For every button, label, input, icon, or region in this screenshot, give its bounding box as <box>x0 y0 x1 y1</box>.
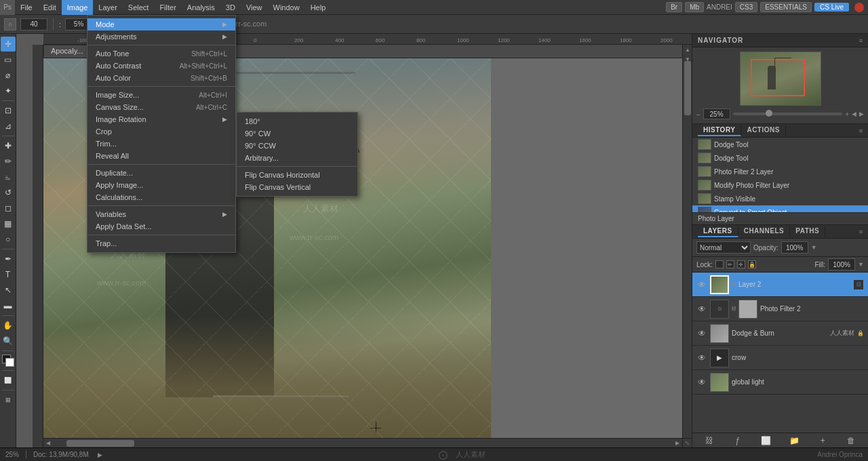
layer-vis-crow[interactable]: 👁 <box>696 353 707 363</box>
menu-help[interactable]: Help <box>305 0 332 15</box>
crop-tool[interactable]: ⊡ <box>1 103 16 118</box>
delete-layer-btn[interactable]: 🗑 <box>844 435 858 447</box>
lock-position-btn[interactable]: ✛ <box>737 260 745 268</box>
menu-layer[interactable]: Layer <box>93 0 123 15</box>
menu-flip-vertical[interactable]: Flip Canvas Vertical <box>237 181 357 193</box>
nav-arrows-left[interactable]: ◀ <box>852 111 856 117</box>
link-layers-btn[interactable]: ⛓ <box>703 435 716 447</box>
brush-size-input[interactable]: 40 <box>20 18 47 31</box>
healing-brush-tool[interactable]: ✚ <box>1 138 16 153</box>
menu-select[interactable]: Select <box>123 0 155 15</box>
menu-flip-horizontal[interactable]: Flip Canvas Horizontal <box>237 169 357 181</box>
nav-zoom-slider[interactable] <box>733 113 843 115</box>
color-swatch[interactable] <box>2 355 14 367</box>
menu-window[interactable]: Window <box>268 0 305 15</box>
menu-trim[interactable]: Trim... <box>87 138 235 150</box>
tab-layers[interactable]: LAYERS <box>698 226 738 237</box>
menu-rotation-180[interactable]: 180° <box>237 115 357 127</box>
menu-rotation-90cw[interactable]: 90° CW <box>237 127 357 140</box>
history-menu-icon[interactable]: ≡ <box>859 127 863 134</box>
scroll-right-arrow[interactable]: ▶ <box>673 439 682 448</box>
menu-apply-data-set[interactable]: Apply Data Set... <box>87 220 235 233</box>
layer-item-photofilter2[interactable]: 👁 ⊙ ⛓ Photo Filter 2 <box>692 297 868 321</box>
menu-image[interactable]: Image <box>62 0 94 15</box>
shape-tool[interactable]: ▬ <box>1 298 16 313</box>
scroll-left-arrow[interactable]: ◀ <box>43 439 53 448</box>
essentials-btn[interactable]: ESSENTIALS <box>760 2 812 12</box>
menu-crop[interactable]: Crop <box>87 125 235 138</box>
fill-arrow[interactable]: ▼ <box>858 261 864 268</box>
menu-mode[interactable]: Mode ▶ <box>87 18 235 31</box>
navigator-menu-icon[interactable]: ≡ <box>859 37 863 44</box>
history-item[interactable]: Modify Photo Filter Layer <box>692 178 868 192</box>
layer-vis-photofilter2[interactable]: 👁 <box>696 304 707 315</box>
history-item-active[interactable]: Convert to Smart Object <box>692 205 868 212</box>
tab-actions[interactable]: ACTIONS <box>741 125 786 136</box>
path-select-tool[interactable]: ↖ <box>1 283 16 298</box>
menu-rotation-90ccw[interactable]: 90° CCW <box>237 140 357 152</box>
background-color[interactable] <box>5 358 14 367</box>
dodge-tool[interactable]: ○ <box>1 232 16 247</box>
pen-tool[interactable]: ✒ <box>1 252 16 266</box>
menu-auto-color[interactable]: Auto Color Shift+Ctrl+B <box>87 72 235 84</box>
layer-vis-dodgeburn[interactable]: 👁 <box>696 328 707 339</box>
menu-image-rotation[interactable]: Image Rotation ▶ <box>87 113 235 125</box>
bridge-btn[interactable]: Br <box>666 2 682 12</box>
layers-menu-icon[interactable]: ≡ <box>859 228 863 235</box>
lasso-tool[interactable]: ⌀ <box>1 68 16 83</box>
layer-vis-globallight[interactable]: 👁 <box>696 377 707 388</box>
tab-channels[interactable]: CHANNELS <box>738 226 791 237</box>
zoom-in-icon[interactable]: + <box>845 111 849 118</box>
v-scroll-thumb[interactable] <box>684 61 691 115</box>
menu-filter[interactable]: Filter <box>154 0 181 15</box>
menu-auto-tone[interactable]: Auto Tone Shift+Ctrl+L <box>87 47 235 60</box>
opacity-input[interactable]: 100% <box>781 241 808 254</box>
add-style-btn[interactable]: ƒ <box>731 435 745 447</box>
menu-file[interactable]: File <box>15 0 38 15</box>
menu-apply-image[interactable]: Apply Image... <box>87 179 235 191</box>
doc-info-arrow[interactable]: ▶ <box>96 450 105 460</box>
menu-duplicate[interactable]: Duplicate... <box>87 167 235 179</box>
lock-pixels-btn[interactable]: ✏ <box>726 260 734 268</box>
gradient-tool[interactable]: ▦ <box>1 216 16 231</box>
magic-wand-tool[interactable]: ✦ <box>1 83 16 98</box>
eyedropper-tool[interactable]: ⊿ <box>1 119 16 134</box>
nav-arrows-right[interactable]: ▶ <box>859 111 864 117</box>
lock-all-btn[interactable]: 🔒 <box>748 260 756 268</box>
fill-input[interactable]: 100% <box>828 258 855 270</box>
menu-image-size[interactable]: Image Size... Alt+Ctrl+I <box>87 89 235 101</box>
menu-edit[interactable]: Edit <box>38 0 62 15</box>
history-item[interactable]: Photo Filter 2 Layer <box>692 165 868 178</box>
menu-rotation-arbitrary[interactable]: Arbitrary... <box>237 152 357 164</box>
v-scrollbar[interactable]: ▲ ▼ <box>682 45 692 438</box>
blend-mode-select[interactable]: Normal Multiply Screen Overlay <box>696 241 751 254</box>
scroll-corner[interactable]: ⤡ <box>682 439 692 448</box>
opacity-arrow[interactable]: ▼ <box>811 244 817 251</box>
type-tool[interactable]: T <box>1 267 16 282</box>
h-scrollbar[interactable]: ◀ ▶ ⤡ <box>43 438 692 447</box>
layer-item-globallight[interactable]: 👁 global light <box>692 370 868 395</box>
tab-paths[interactable]: PATHS <box>790 226 825 237</box>
menu-trap[interactable]: Trap... <box>87 237 235 249</box>
close-btn[interactable] <box>854 3 864 12</box>
history-item[interactable]: Stamp Visible <box>692 192 868 205</box>
history-brush-tool[interactable]: ↺ <box>1 185 16 200</box>
brush-tool[interactable]: ✏ <box>1 154 16 169</box>
history-item[interactable]: Dodge Tool <box>692 138 868 151</box>
screen-mode-btn[interactable]: ⊞ <box>1 393 16 407</box>
zoom-out-icon[interactable]: – <box>696 111 701 118</box>
menu-analysis[interactable]: Analysis <box>182 0 220 15</box>
menu-auto-contrast[interactable]: Auto Contrast Alt+Shift+Ctrl+L <box>87 60 235 72</box>
history-item[interactable]: Dodge Tool <box>692 151 868 165</box>
move-tool[interactable]: ✛ <box>1 37 16 52</box>
new-layer-btn[interactable]: + <box>816 435 829 447</box>
menu-canvas-size[interactable]: Canvas Size... Alt+Ctrl+C <box>87 101 235 113</box>
scroll-up-arrow[interactable]: ▲ <box>683 45 692 54</box>
eraser-tool[interactable]: ◻ <box>1 201 16 216</box>
mini-bridge-btn[interactable]: Mb <box>685 2 704 12</box>
layer-vis-layer2[interactable]: 👁 <box>696 279 707 290</box>
marquee-tool[interactable]: ▭ <box>1 52 16 67</box>
menu-variables[interactable]: Variables ▶ <box>87 208 235 220</box>
lock-transparent-btn[interactable] <box>715 260 724 268</box>
nav-zoom-input[interactable]: 25% <box>703 108 730 119</box>
